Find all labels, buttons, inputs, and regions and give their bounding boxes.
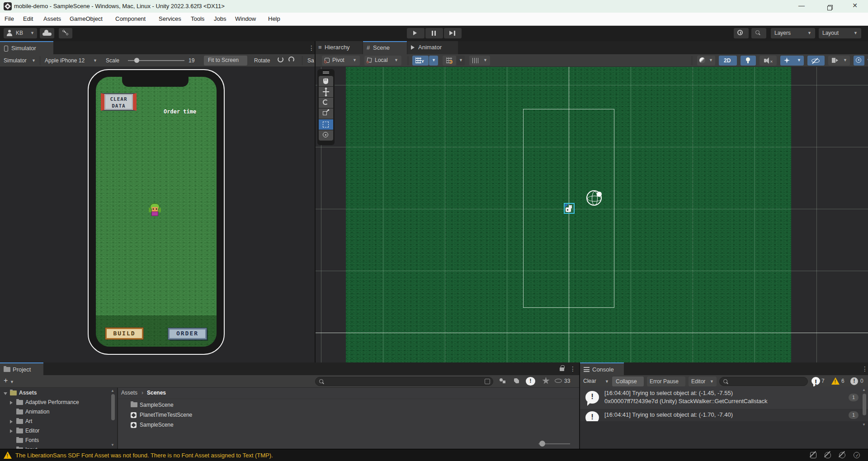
- play-button[interactable]: [407, 28, 425, 38]
- gizmos-dropdown[interactable]: [854, 56, 864, 66]
- log-entry[interactable]: [16:04:40] Trying to select object at: (…: [580, 386, 868, 409]
- status-ok-icon[interactable]: ✓: [852, 451, 862, 460]
- scene-viewport[interactable]: [316, 67, 868, 362]
- tools-drag-handle[interactable]: [323, 71, 329, 74]
- error-count-badge[interactable]: [850, 377, 858, 385]
- rotate-ccw-icon[interactable]: [288, 56, 294, 62]
- project-panel-menu-icon[interactable]: ⋮: [570, 365, 576, 372]
- simulator-panel-menu-icon[interactable]: ⋮: [308, 44, 315, 52]
- layout-dropdown[interactable]: Layout ▼: [819, 28, 861, 38]
- tree-item-animation[interactable]: Animation: [0, 408, 117, 417]
- filter-label-icon[interactable]: [514, 378, 519, 383]
- grid-visual-toggle[interactable]: ▼: [469, 56, 490, 66]
- error-pause-toggle[interactable]: Error Pause: [647, 376, 685, 386]
- build-button[interactable]: BUILD: [105, 328, 143, 339]
- snap-increment-dropdown[interactable]: ▼: [457, 56, 465, 66]
- pause-button[interactable]: [425, 28, 443, 38]
- tab-animator[interactable]: Animator: [407, 41, 458, 54]
- status-bar[interactable]: The LiberationSans SDF Font Asset was no…: [0, 449, 868, 461]
- tab-simulator[interactable]: Simulator: [0, 41, 53, 54]
- audio-toggle[interactable]: ✕: [760, 56, 777, 66]
- menu-services[interactable]: Services: [159, 15, 181, 22]
- editor-dropdown[interactable]: Editor ▼: [689, 376, 717, 386]
- console-scrollbar[interactable]: [863, 394, 866, 415]
- cloud-button[interactable]: [40, 28, 54, 38]
- cache-disabled-icon[interactable]: [823, 451, 833, 460]
- eye-icon[interactable]: [555, 379, 562, 383]
- save-cut-label[interactable]: Sa: [307, 57, 314, 64]
- log-entry[interactable]: [16:04:41] Trying to select object at: (…: [580, 409, 868, 421]
- tree-item-assets[interactable]: Assets: [0, 389, 117, 398]
- clear-dropdown-icon[interactable]: ▼: [605, 379, 609, 384]
- tree-scrollbar[interactable]: [111, 394, 115, 420]
- order-button[interactable]: ORDER: [168, 328, 207, 339]
- tree-scroll-up-icon[interactable]: ▲: [111, 389, 114, 393]
- menu-component[interactable]: Component: [115, 15, 146, 22]
- pivot-dropdown[interactable]: Pivot ▼: [322, 56, 360, 66]
- hidden-packages-count-icon[interactable]: !: [526, 377, 535, 386]
- menu-gameobject[interactable]: GameObject: [70, 15, 103, 22]
- debugger-disabled-icon[interactable]: [809, 451, 819, 460]
- tree-item-editor[interactable]: Editor: [0, 427, 117, 436]
- tree-item-adaptive-performance[interactable]: Adaptive Performance: [0, 398, 117, 407]
- minimize-button[interactable]: —: [795, 2, 808, 9]
- menu-tools[interactable]: Tools: [191, 15, 204, 22]
- camera-view-dropdown[interactable]: ▼: [828, 56, 850, 66]
- info-count-badge[interactable]: [811, 377, 820, 385]
- file-samplescene[interactable]: SampleScene: [118, 420, 579, 430]
- tab-hierarchy[interactable]: ≡ Hierarchy: [316, 41, 363, 54]
- menu-window[interactable]: Window: [235, 15, 256, 22]
- console-scroll-up-icon[interactable]: ▲: [862, 388, 866, 392]
- tree-item-art[interactable]: Art: [0, 417, 117, 426]
- tree-scroll-down-icon[interactable]: ▼: [111, 443, 114, 447]
- breadcrumb-scenes[interactable]: Scenes: [147, 390, 166, 396]
- tab-console[interactable]: Console: [580, 362, 624, 375]
- restore-button[interactable]: [823, 4, 836, 11]
- simulator-mode-dropdown[interactable]: Simulator: [4, 57, 27, 64]
- shading-mode-dropdown[interactable]: ▼: [697, 56, 715, 66]
- search-button[interactable]: [751, 28, 766, 38]
- snap-increment-toggle[interactable]: [443, 56, 456, 66]
- clear-button[interactable]: Clear: [583, 378, 596, 384]
- device-dropdown[interactable]: Apple iPhone 12: [45, 57, 85, 64]
- selected-object-sprite[interactable]: [564, 203, 575, 214]
- close-button[interactable]: ✕: [848, 2, 862, 9]
- rect-tool-button[interactable]: [319, 119, 333, 130]
- add-asset-button[interactable]: +: [4, 376, 8, 385]
- project-tree[interactable]: Assets Adaptive Performance Animation Ar…: [0, 388, 117, 449]
- thumbnail-zoom-thumb[interactable]: [539, 441, 545, 447]
- undo-history-button[interactable]: [734, 28, 749, 38]
- menu-jobs[interactable]: Jobs: [214, 15, 226, 22]
- clear-data-button[interactable]: CLEARDATA: [101, 93, 137, 111]
- scale-slider-thumb[interactable]: [134, 58, 139, 63]
- menu-assets[interactable]: Assets: [43, 15, 61, 22]
- filter-type-icon[interactable]: [500, 378, 503, 381]
- layers-dropdown[interactable]: Layers ▼: [771, 28, 815, 38]
- fit-to-screen-button[interactable]: Fit to Screen: [204, 56, 247, 66]
- transform-tool-button[interactable]: [319, 130, 333, 141]
- console-scroll-down-icon[interactable]: ▼: [862, 423, 866, 427]
- lighting-toggle[interactable]: [741, 56, 756, 66]
- version-control-button[interactable]: [59, 28, 72, 38]
- breadcrumb-assets[interactable]: Assets: [121, 390, 137, 396]
- hidden-objects-toggle[interactable]: [807, 56, 825, 66]
- lock-icon[interactable]: [560, 367, 564, 371]
- local-dropdown[interactable]: Local ▼: [364, 56, 401, 66]
- grid-snap-toggle[interactable]: Y: [412, 56, 429, 66]
- console-search-input[interactable]: [719, 377, 808, 386]
- file-samplescene-folder[interactable]: SampleScene: [118, 400, 579, 410]
- rotate-tool-button[interactable]: [319, 98, 333, 108]
- hand-tool-button[interactable]: [319, 76, 333, 86]
- tree-item-fonts[interactable]: Fonts: [0, 436, 117, 445]
- project-search-input[interactable]: [315, 377, 493, 386]
- grid-snap-dropdown[interactable]: ▼: [429, 56, 438, 66]
- account-button[interactable]: KB ▼: [4, 28, 37, 38]
- search-in-assets-icon[interactable]: [485, 379, 490, 384]
- step-button[interactable]: [444, 28, 462, 38]
- effects-dropdown[interactable]: ▼: [780, 56, 804, 66]
- favorites-star-icon[interactable]: [542, 377, 550, 385]
- 2d-toggle[interactable]: 2D: [719, 56, 737, 66]
- menu-file[interactable]: File: [5, 15, 14, 22]
- menu-edit[interactable]: Edit: [23, 15, 33, 22]
- rotate-cw-icon[interactable]: [278, 56, 283, 62]
